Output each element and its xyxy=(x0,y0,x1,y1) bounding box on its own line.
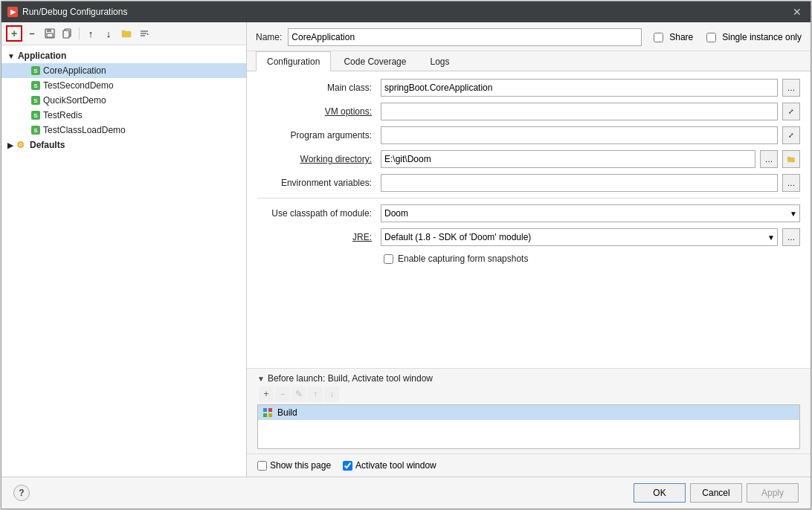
apply-button[interactable]: Apply xyxy=(747,483,799,503)
tree-group-label: Application xyxy=(18,51,66,61)
vm-options-row: VM options: ⤢ xyxy=(257,103,800,120)
action-bar-left: ? xyxy=(13,485,30,501)
move-up-button[interactable]: ↑ xyxy=(83,25,99,42)
divider-1 xyxy=(257,198,800,198)
before-launch-toolbar: + − ✎ ↑ ↓ xyxy=(257,387,800,401)
program-args-expand-btn[interactable]: ⤢ xyxy=(782,126,800,144)
show-page-option: Show this page xyxy=(257,460,331,471)
tab-code-coverage[interactable]: Code Coverage xyxy=(332,51,417,71)
activate-tool-option: Activate tool window xyxy=(343,460,436,471)
main-class-browse-btn[interactable]: … xyxy=(782,79,800,97)
bl-remove-btn[interactable]: − xyxy=(275,387,290,401)
tree-item-quciksortdemo[interactable]: S QucikSortDemo xyxy=(1,93,246,108)
jre-select[interactable]: Default (1.8 - SDK of 'Doom' module) xyxy=(381,228,778,246)
copy-config-button[interactable] xyxy=(59,25,76,42)
sort-icon xyxy=(139,28,149,39)
svg-rect-4 xyxy=(63,30,69,38)
sort-button[interactable] xyxy=(136,25,152,42)
tree-defaults-arrow[interactable]: ▶ xyxy=(7,141,13,149)
copy-icon xyxy=(62,28,73,39)
snapshots-label: Enable capturing form snapshots xyxy=(398,254,528,264)
program-args-row: Program arguments: ⤢ xyxy=(257,126,800,144)
help-button[interactable]: ? xyxy=(13,485,30,501)
program-args-input[interactable] xyxy=(381,126,778,144)
tab-logs[interactable]: Logs xyxy=(419,51,460,71)
action-bar: ? OK Cancel Apply xyxy=(1,477,811,509)
jre-browse-btn[interactable]: … xyxy=(782,228,800,246)
folder-icon xyxy=(121,29,132,38)
jre-row: JRE: Default (1.8 - SDK of 'Doom' module… xyxy=(257,228,800,246)
config-tree: ▼ Application S CoreApplication S TestSe… xyxy=(1,45,246,477)
move-down-button[interactable]: ↓ xyxy=(100,25,117,42)
spring-icon: S xyxy=(31,96,40,105)
show-page-label: Show this page xyxy=(270,460,331,471)
right-panel: Name: Share Single instance only Configu… xyxy=(247,22,811,477)
bl-down-btn[interactable]: ↓ xyxy=(324,387,339,401)
before-launch-arrow[interactable]: ▼ xyxy=(257,375,265,383)
working-dir-browse-btn[interactable]: … xyxy=(760,150,778,168)
name-label: Name: xyxy=(256,32,282,42)
tree-item-label: TestSecondDemo xyxy=(43,80,114,91)
tree-item-testseconddemo[interactable]: S TestSecondDemo xyxy=(1,78,246,93)
remove-config-button[interactable]: − xyxy=(24,25,40,42)
bl-add-btn[interactable]: + xyxy=(259,387,274,401)
share-checkbox[interactable] xyxy=(654,33,663,42)
name-row: Name: Share Single instance only xyxy=(247,22,811,51)
bl-up-btn[interactable]: ↑ xyxy=(308,387,323,401)
defaults-icon: ⚙ xyxy=(16,140,27,150)
env-vars-input[interactable] xyxy=(381,174,778,192)
main-class-input[interactable] xyxy=(381,79,778,97)
cancel-button[interactable]: Cancel xyxy=(690,483,742,503)
config-area: Main class: … VM options: ⤢ Program argu… xyxy=(247,71,811,368)
close-button[interactable]: ✕ xyxy=(790,4,805,19)
before-launch-header: ▼ Before launch: Build, Activate tool wi… xyxy=(257,373,800,384)
tree-defaults-label: Defaults xyxy=(30,140,65,150)
save-config-button[interactable] xyxy=(42,25,58,42)
single-instance-checkbox[interactable] xyxy=(706,33,716,42)
show-page-checkbox[interactable] xyxy=(257,461,267,471)
classpath-row: Use classpath of module: Doom ▼ xyxy=(257,204,800,222)
bl-edit-btn[interactable]: ✎ xyxy=(291,387,306,401)
folder-button[interactable] xyxy=(118,25,135,42)
classpath-select-wrapper: Doom ▼ xyxy=(381,204,800,222)
ok-button[interactable]: OK xyxy=(634,483,686,503)
jre-label: JRE: xyxy=(257,232,376,242)
action-bar-right: OK Cancel Apply xyxy=(634,483,799,503)
classpath-select[interactable]: Doom xyxy=(381,204,800,222)
name-input[interactable] xyxy=(288,28,642,46)
tree-item-coreapplication[interactable]: S CoreApplication xyxy=(1,63,246,78)
build-icon xyxy=(262,407,273,418)
env-vars-row: Environment variables: … xyxy=(257,174,800,192)
share-section: Share Single instance only xyxy=(654,32,802,42)
left-toolbar: + − ↑ ↓ xyxy=(1,22,246,45)
add-config-button[interactable]: + xyxy=(6,25,22,42)
env-vars-browse-btn[interactable]: … xyxy=(782,174,800,192)
tree-group-defaults: ▶ ⚙ Defaults xyxy=(1,138,246,152)
vm-options-input[interactable] xyxy=(381,103,778,120)
main-content: + − ↑ ↓ xyxy=(1,22,811,477)
bl-list-item[interactable]: Build xyxy=(258,405,799,420)
vm-options-expand-btn[interactable]: ⤢ xyxy=(782,103,800,120)
activate-tool-checkbox[interactable] xyxy=(343,461,352,471)
bl-item-label: Build xyxy=(277,407,297,418)
single-instance-label: Single instance only xyxy=(722,32,802,42)
working-dir-input[interactable] xyxy=(381,150,755,168)
spring-icon: S xyxy=(31,81,40,90)
before-launch-title: Before launch: Build, Activate tool wind… xyxy=(268,373,433,384)
tree-expand-arrow[interactable]: ▼ xyxy=(7,52,15,60)
svg-rect-11 xyxy=(268,413,272,417)
working-dir-folder-btn[interactable] xyxy=(782,150,800,168)
classpath-label: Use classpath of module: xyxy=(257,208,376,219)
svg-rect-2 xyxy=(47,33,53,37)
run-debug-dialog: ▶ Run/Debug Configurations ✕ + − xyxy=(1,1,811,509)
tab-configuration[interactable]: Configuration xyxy=(256,51,331,71)
before-launch-section: ▼ Before launch: Build, Activate tool wi… xyxy=(247,368,811,453)
tree-item-testclassloaddemo[interactable]: S TestClassLoadDemo xyxy=(1,123,246,138)
app-icon: ▶ xyxy=(7,7,18,17)
svg-rect-1 xyxy=(47,29,51,32)
save-icon xyxy=(45,28,55,39)
spring-icon: S xyxy=(31,66,40,75)
program-args-label: Program arguments: xyxy=(257,130,376,141)
snapshots-checkbox[interactable] xyxy=(384,254,393,264)
tree-item-testredis[interactable]: S TestRedis xyxy=(1,108,246,123)
